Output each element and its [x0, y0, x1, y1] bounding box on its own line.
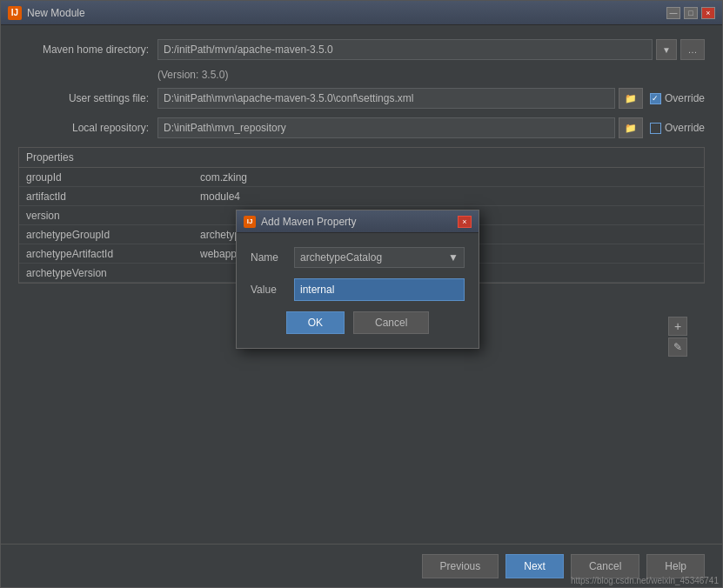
- user-settings-override-container: Override: [650, 92, 705, 104]
- local-repo-input-container: 📁 Override: [157, 117, 705, 138]
- local-repo-row: Local repository: 📁 Override: [18, 117, 705, 138]
- user-settings-override-label: Override: [665, 92, 705, 104]
- help-button[interactable]: Help: [646, 554, 705, 578]
- maven-home-row: Maven home directory: ▼ …: [18, 39, 705, 60]
- dialog-value-label: Value: [251, 284, 294, 296]
- maven-home-label: Maven home directory:: [18, 43, 157, 56]
- main-window: IJ New Module — □ × Maven home directory…: [0, 0, 723, 588]
- dialog-name-label: Name: [251, 251, 294, 264]
- dialog-name-row: Name archetypeCatalog ▼: [251, 247, 465, 268]
- title-bar: IJ New Module — □ ×: [1, 1, 722, 25]
- dialog-title-bar: IJ Add Maven Property ×: [237, 210, 479, 233]
- watermark: https://blog.csdn.net/weixin_45346741: [571, 576, 719, 585]
- local-repo-override-checkbox[interactable]: [650, 123, 661, 134]
- dialog-content: Name archetypeCatalog ▼ Value OK Cancel: [237, 233, 479, 348]
- prop-value-artifactid: module4: [193, 189, 704, 204]
- dialog-value-row: Value: [251, 278, 465, 301]
- prop-key-archetypeversion: archetypeVersion: [19, 265, 193, 281]
- maven-home-input[interactable]: [157, 39, 653, 60]
- prop-key-artifactid: artifactId: [19, 189, 193, 204]
- maven-home-input-container: ▼ …: [157, 39, 705, 60]
- dropdown-arrow-icon: ▼: [448, 251, 459, 264]
- add-property-button[interactable]: +: [668, 317, 687, 336]
- local-repo-browse-button[interactable]: 📁: [619, 117, 643, 138]
- edit-property-button[interactable]: ✎: [668, 337, 687, 357]
- add-maven-property-dialog: IJ Add Maven Property × Name archetypeCa…: [236, 210, 479, 349]
- dialog-buttons: OK Cancel: [251, 311, 465, 334]
- dialog-name-dropdown[interactable]: archetypeCatalog ▼: [294, 247, 465, 268]
- dialog-close-button[interactable]: ×: [458, 216, 472, 228]
- prop-key-archetypegroupid: archetypeGroupId: [19, 227, 193, 243]
- user-settings-input[interactable]: [157, 88, 615, 109]
- title-bar-controls: — □ ×: [666, 7, 715, 19]
- local-repo-label: Local repository:: [18, 122, 157, 134]
- local-repo-override-container: Override: [650, 122, 705, 134]
- minimize-button[interactable]: —: [666, 7, 680, 19]
- window-title: New Module: [27, 7, 666, 19]
- local-repo-input[interactable]: [157, 117, 615, 138]
- user-settings-browse-button[interactable]: 📁: [619, 88, 643, 109]
- dialog-cancel-button[interactable]: Cancel: [353, 311, 429, 334]
- app-icon: IJ: [8, 6, 22, 20]
- next-button[interactable]: Next: [505, 554, 564, 578]
- prop-key-version: version: [19, 208, 193, 224]
- table-row: artifactId module4: [19, 187, 704, 206]
- table-row: groupId com.zking: [19, 168, 704, 187]
- maximize-button[interactable]: □: [684, 7, 698, 19]
- maven-home-dropdown-button[interactable]: ▼: [656, 39, 677, 60]
- maven-home-browse-button[interactable]: …: [680, 39, 705, 60]
- dialog-app-icon: IJ: [244, 216, 256, 228]
- properties-header: Properties: [19, 148, 704, 168]
- user-settings-override-checkbox[interactable]: [650, 93, 661, 104]
- user-settings-label: User settings file:: [18, 92, 157, 104]
- prop-key-archetypeartifactid: archetypeArtifactId: [19, 246, 193, 262]
- cancel-button[interactable]: Cancel: [571, 554, 639, 578]
- property-actions: + ✎: [668, 317, 687, 357]
- local-repo-override-label: Override: [665, 122, 705, 134]
- dialog-title: Add Maven Property: [261, 216, 458, 228]
- prop-key-groupid: groupId: [19, 170, 193, 185]
- previous-button[interactable]: Previous: [422, 554, 499, 578]
- close-button[interactable]: ×: [701, 7, 715, 19]
- version-text: (Version: 3.5.0): [157, 69, 705, 81]
- dialog-ok-button[interactable]: OK: [286, 311, 345, 334]
- dialog-value-input[interactable]: [294, 278, 465, 301]
- user-settings-input-container: 📁 Override: [157, 88, 705, 109]
- prop-value-groupid: com.zking: [193, 170, 704, 185]
- user-settings-row: User settings file: 📁 Override: [18, 88, 705, 109]
